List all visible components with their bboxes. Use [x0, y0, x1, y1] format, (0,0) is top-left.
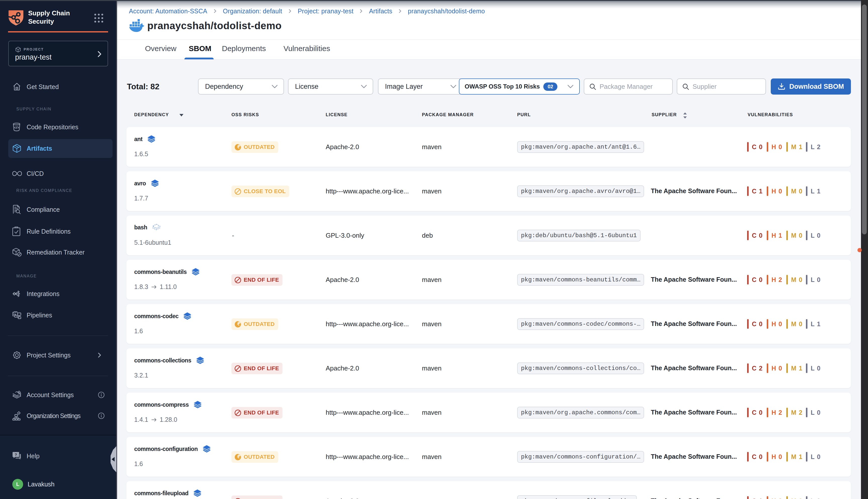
svg-text:?: ? — [15, 452, 17, 457]
